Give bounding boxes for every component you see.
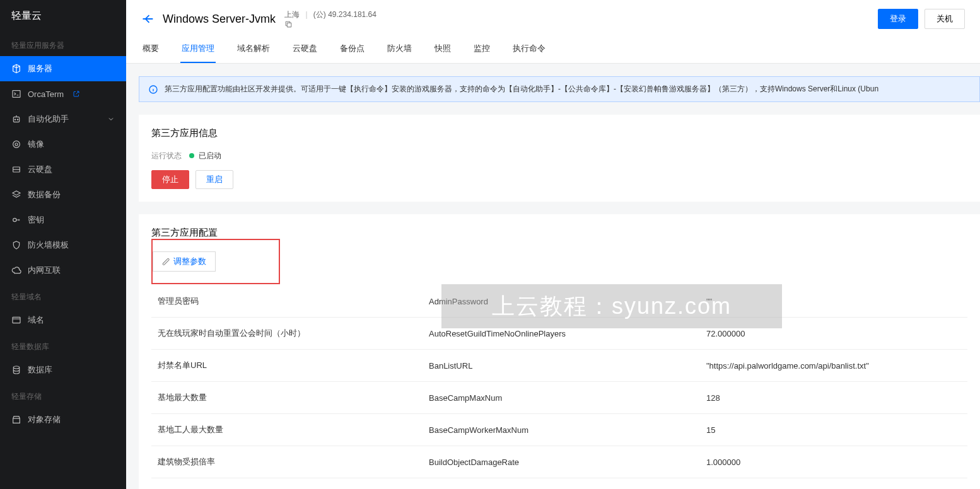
page-title: Windows Server-Jvmk (163, 13, 276, 26)
terminal-icon (11, 89, 21, 99)
sidebar-item-firewall-tpl[interactable]: 防火墙模板 (0, 233, 126, 258)
sidebar-item-label: 镜像 (28, 139, 44, 150)
svg-rect-8 (13, 317, 20, 323)
app-info-card: 第三方应用信息 运行状态 已启动 停止 重启 (139, 115, 980, 202)
param-key: BaseCampMaxNum (429, 393, 706, 403)
svg-point-9 (13, 366, 19, 369)
param-key: AutoResetGuildTimeNoOnlinePlayers (429, 329, 706, 338)
layers-icon (11, 190, 21, 200)
key-icon (11, 215, 21, 225)
edit-params-button[interactable]: 调整参数 (153, 251, 216, 272)
tab-dns[interactable]: 域名解析 (236, 37, 271, 63)
tab-app-manage[interactable]: 应用管理 (180, 37, 216, 63)
param-value: 128 (706, 393, 967, 403)
sidebar-group-title: 轻量数据库 (0, 333, 126, 357)
param-key: BuildObjectDamageRate (429, 457, 706, 467)
tabs: 概要应用管理域名解析云硬盘备份点防火墙快照监控执行命令 (141, 37, 965, 63)
app-info-title: 第三方应用信息 (151, 127, 967, 139)
param-row: 基地工人最大数量 BaseCampWorkerMaxNum 15 (151, 414, 967, 446)
tab-snapshot[interactable]: 快照 (433, 37, 452, 63)
sidebar: 轻量云 轻量应用服务器服务器OrcaTerm自动化助手镜像云硬盘数据备份密钥防火… (0, 0, 126, 489)
sidebar-group-title: 轻量应用服务器 (0, 32, 126, 56)
sidebar-item-label: 自动化助手 (28, 113, 69, 125)
param-table: 管理员密码 AdminPassword "" 无在线玩家时自动重置公会时间（小时… (151, 285, 967, 489)
param-row: 建筑物受损倍率 BuildObjectDamageRate 1.000000 (151, 446, 967, 478)
status-label: 运行状态 (151, 151, 182, 161)
sidebar-item-image[interactable]: 镜像 (0, 132, 126, 157)
svg-rect-10 (287, 23, 291, 27)
param-label: 基地工人最大数量 (151, 424, 429, 435)
chevron-down-icon (107, 115, 115, 123)
param-row: 封禁名单URL BanListURL "https://api.palworld… (151, 350, 967, 382)
param-value: "https://api.palworldgame.com/api/banlis… (706, 361, 967, 371)
restart-button[interactable]: 重启 (195, 170, 233, 189)
param-label: 基地最大数量 (151, 392, 429, 403)
login-button[interactable]: 登录 (878, 9, 918, 29)
sidebar-item-label: 密钥 (28, 214, 44, 226)
tab-overview[interactable]: 概要 (141, 37, 160, 63)
sidebar-group-title: 轻量域名 (0, 283, 126, 308)
info-icon (148, 84, 158, 95)
back-icon[interactable] (141, 13, 154, 25)
param-label: 建筑物受损倍率 (151, 456, 429, 468)
main-body: 第三方应用配置功能由社区开发并提供。可适用于一键【执行命令】安装的游戏服务器，支… (126, 64, 980, 489)
cube-icon (11, 64, 21, 74)
main-header: Windows Server-Jvmk 上海 | (公) 49.234.181.… (126, 0, 980, 64)
sidebar-item-label: 防火墙模板 (28, 239, 69, 251)
svg-point-7 (13, 218, 16, 221)
main: Windows Server-Jvmk 上海 | (公) 49.234.181.… (126, 0, 980, 489)
cloud-icon (11, 265, 21, 275)
alert-text: 第三方应用配置功能由社区开发并提供。可适用于一键【执行命令】安装的游戏服务器，支… (165, 83, 878, 95)
param-key: BaseCampWorkerMaxNum (429, 425, 706, 435)
param-row: 无在线玩家时自动重置公会时间（小时） AutoResetGuildTimeNoO… (151, 318, 967, 350)
stop-button[interactable]: 停止 (151, 170, 189, 189)
param-label: 管理员密码 (151, 296, 429, 307)
param-value: 15 (706, 425, 967, 435)
param-label: 无在线玩家时自动重置公会时间（小时） (151, 328, 429, 339)
sidebar-group-title: 轻量存储 (0, 383, 126, 407)
param-key: BanListURL (429, 361, 706, 371)
tab-cloud-disk[interactable]: 云硬盘 (291, 37, 318, 63)
tab-firewall[interactable]: 防火墙 (386, 37, 413, 63)
app-config-card: 第三方应用配置 调整参数 管理员密码 AdminPassword "" 无在线玩… (139, 214, 980, 489)
tab-backup-point[interactable]: 备份点 (339, 37, 366, 63)
shutdown-button[interactable]: 关机 (925, 9, 965, 29)
info-alert: 第三方应用配置功能由社区开发并提供。可适用于一键【执行命令】安装的游戏服务器，支… (139, 76, 980, 102)
sidebar-item-intranet[interactable]: 内网互联 (0, 258, 126, 283)
svg-point-4 (13, 141, 20, 148)
robot-icon (11, 114, 21, 124)
sidebar-item-key[interactable]: 密钥 (0, 207, 126, 233)
pencil-icon (162, 258, 170, 266)
disk-icon (11, 164, 21, 175)
sidebar-item-label: OrcaTerm (28, 89, 64, 99)
svg-rect-0 (13, 91, 20, 98)
external-link-icon (73, 90, 80, 98)
tab-monitor[interactable]: 监控 (472, 37, 491, 63)
sidebar-item-database[interactable]: 数据库 (0, 357, 126, 383)
sidebar-item-backup[interactable]: 数据备份 (0, 182, 126, 207)
sidebar-item-label: 数据库 (28, 364, 52, 376)
edit-highlight-box: 调整参数 (151, 239, 280, 284)
param-row: 建筑物劣化受损倍率 BuildObjectDeteriorationDamage… (151, 478, 967, 489)
sidebar-item-label: 服务器 (28, 63, 52, 74)
svg-point-2 (15, 119, 15, 120)
status-dot-icon (189, 153, 194, 158)
sidebar-item-label: 域名 (28, 314, 44, 326)
copy-icon[interactable] (284, 20, 379, 28)
param-row: 基地最大数量 BaseCampMaxNum 128 (151, 382, 967, 414)
param-key: AdminPassword (429, 297, 706, 306)
sidebar-item-label: 数据备份 (28, 189, 61, 200)
tab-exec[interactable]: 执行命令 (511, 37, 547, 63)
sidebar-item-disk[interactable]: 云硬盘 (0, 157, 126, 182)
sidebar-item-automation[interactable]: 自动化助手 (0, 106, 126, 132)
sidebar-item-server[interactable]: 服务器 (0, 56, 126, 81)
sidebar-item-cos[interactable]: 对象存储 (0, 407, 126, 432)
storage-icon (11, 415, 21, 425)
sidebar-item-domain[interactable]: 域名 (0, 308, 126, 333)
param-row: 管理员密码 AdminPassword "" (151, 285, 967, 318)
svg-point-5 (15, 143, 18, 146)
logo: 轻量云 (0, 0, 126, 32)
shield-icon (11, 240, 21, 250)
db-icon (11, 365, 21, 375)
sidebar-item-orcaterm[interactable]: OrcaTerm (0, 81, 126, 106)
